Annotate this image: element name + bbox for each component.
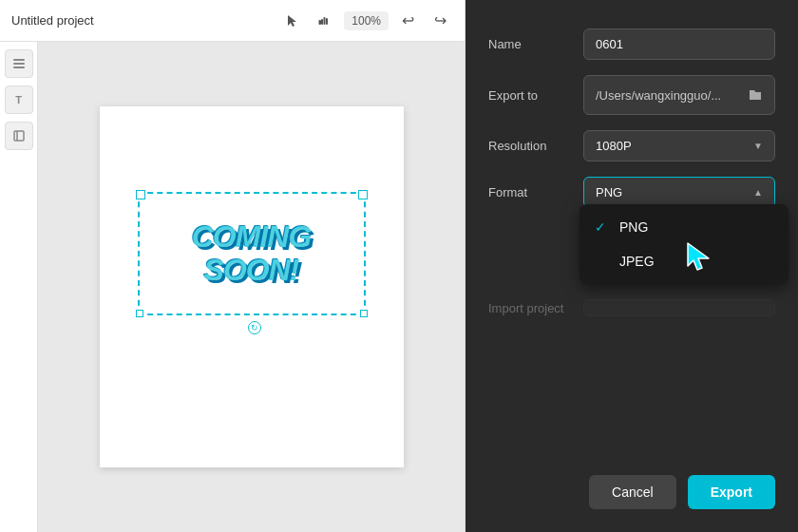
import-label: Import project: [488, 301, 583, 315]
resize-handle-bl[interactable]: [136, 310, 143, 317]
svg-marker-10: [688, 243, 709, 270]
svg-rect-8: [14, 131, 24, 141]
canvas: COMINGSOON! ↻: [100, 106, 404, 467]
import-field: [583, 299, 775, 316]
svg-rect-7: [13, 66, 25, 68]
svg-rect-5: [13, 59, 25, 61]
svg-rect-1: [321, 19, 323, 25]
name-label: Name: [488, 37, 583, 51]
resolution-select[interactable]: 1080P ▼: [583, 130, 775, 162]
svg-rect-6: [13, 63, 25, 65]
export-path-value: /Users/wangxingguo/...: [596, 88, 744, 103]
resolution-chevron-icon: ▼: [753, 141, 763, 151]
editor-panel: Untitled project 100% ↩ ↪ T: [0, 0, 466, 532]
cancel-button[interactable]: Cancel: [589, 475, 676, 509]
hand-tool[interactable]: [312, 8, 338, 34]
canvas-area: COMINGSOON! ↻: [38, 42, 465, 532]
name-input[interactable]: [583, 28, 775, 60]
browse-folder-button[interactable]: [744, 84, 767, 106]
text-icon[interactable]: T: [5, 86, 33, 114]
resolution-value: 1080P: [596, 139, 632, 153]
format-value: PNG: [596, 185, 622, 200]
toolbar-right: 100% ↩ ↪: [279, 8, 453, 34]
editor-toolbar: Untitled project 100% ↩ ↪: [0, 0, 465, 42]
pointer-tool[interactable]: [279, 8, 306, 34]
svg-rect-2: [324, 17, 326, 25]
redo-button[interactable]: ↪: [427, 8, 453, 34]
import-project-row: Import project: [488, 299, 775, 316]
svg-rect-3: [326, 18, 328, 25]
resize-handle-br[interactable]: [360, 310, 368, 317]
project-title: Untitled project: [11, 13, 272, 28]
export-panel: Name Export to /Users/wangxingguo/... Re…: [466, 0, 798, 532]
format-option-jpeg-label: JPEG: [619, 254, 655, 269]
export-to-row: Export to /Users/wangxingguo/...: [488, 75, 775, 115]
export-path-field: /Users/wangxingguo/...: [583, 75, 775, 115]
format-option-png-label: PNG: [619, 219, 648, 235]
export-button[interactable]: Export: [688, 475, 775, 509]
format-label: Format: [488, 185, 583, 200]
resolution-label: Resolution: [488, 139, 583, 153]
check-icon: ✓: [595, 219, 610, 235]
resize-icon[interactable]: [5, 122, 33, 150]
side-toolbar: T: [0, 42, 38, 532]
export-to-label: Export to: [488, 88, 583, 103]
resolution-row: Resolution 1080P ▼: [488, 130, 775, 162]
format-chevron-icon: ▲: [753, 187, 763, 198]
svg-marker-0: [288, 15, 296, 27]
undo-button[interactable]: ↩: [394, 8, 421, 34]
rotate-handle[interactable]: ↻: [248, 321, 261, 334]
layers-icon[interactable]: [5, 49, 33, 78]
canvas-text-element[interactable]: COMINGSOON!: [142, 197, 361, 311]
svg-rect-4: [319, 20, 322, 25]
editor-body: T COMINGSOON! ↻: [0, 42, 465, 532]
zoom-control[interactable]: 100%: [344, 11, 389, 30]
action-buttons: Cancel Export: [488, 475, 775, 509]
name-row: Name: [488, 28, 775, 60]
